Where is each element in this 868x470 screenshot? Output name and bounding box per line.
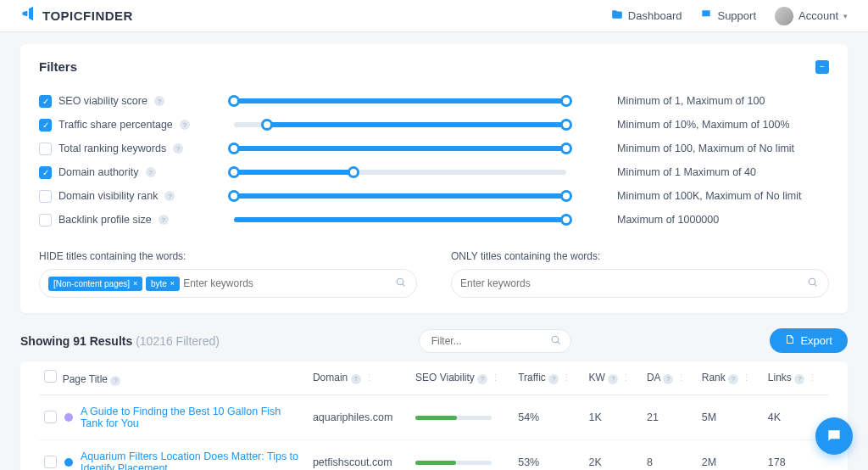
slider-handle[interactable]	[261, 119, 273, 131]
results-count: Showing 91 Results (10216 Filtered)	[20, 334, 220, 348]
column-drag-icon[interactable]: ⋮	[804, 372, 817, 383]
help-icon[interactable]: ?	[794, 374, 804, 384]
remove-tag-icon[interactable]: ×	[170, 279, 175, 288]
remove-tag-icon[interactable]: ×	[133, 279, 137, 288]
keyword-tag: byte×	[146, 277, 180, 291]
only-input-wrap[interactable]	[451, 269, 829, 298]
results-showing: Showing 91 Results	[20, 334, 132, 348]
range-slider[interactable]	[234, 146, 566, 151]
range-slider[interactable]	[234, 217, 566, 222]
col-links[interactable]: Links	[768, 372, 792, 383]
select-all-checkbox[interactable]	[44, 370, 57, 383]
col-da[interactable]: DA	[647, 372, 660, 383]
slider-handle[interactable]	[560, 143, 572, 154]
col-traffic[interactable]: Traffic	[518, 372, 546, 383]
help-icon[interactable]: ?	[164, 191, 175, 201]
slider-handle[interactable]	[560, 190, 572, 202]
hide-input-wrap[interactable]: [Non-content pages]× byte×	[39, 269, 417, 298]
slider-handle[interactable]	[228, 190, 240, 202]
nav-dashboard[interactable]: Dashboard	[611, 8, 682, 23]
favicon-icon	[64, 412, 74, 422]
slider-handle[interactable]	[348, 166, 359, 178]
column-drag-icon[interactable]: ⋮	[361, 372, 374, 383]
chat-widget[interactable]	[815, 417, 853, 455]
cell-rank: 2M	[697, 439, 763, 470]
cell-viability	[410, 394, 513, 439]
filter-label: Domain authority	[58, 166, 139, 178]
megaphone-icon	[20, 5, 37, 26]
slider-handle[interactable]	[560, 119, 572, 131]
filter-desc: Minimum of 100K, Maximum of No limit	[617, 190, 829, 202]
filter-row: Domain authority ? Minimum of 1 Maximum …	[39, 160, 829, 184]
column-drag-icon[interactable]: ⋮	[618, 372, 631, 383]
help-icon[interactable]: ?	[477, 374, 487, 384]
brand-logo[interactable]: TOPICFINDER	[20, 5, 133, 26]
help-icon[interactable]: ?	[154, 96, 164, 106]
export-button[interactable]: Export	[770, 328, 848, 353]
cell-viability	[410, 439, 513, 470]
filter-desc: Minimum of 1, Maximum of 100	[617, 95, 829, 107]
help-icon[interactable]: ?	[159, 215, 169, 225]
results-filter-input[interactable]	[419, 329, 571, 353]
results-filter-wrap	[419, 329, 571, 353]
nav-account[interactable]: Account ▾	[775, 7, 848, 25]
help-icon[interactable]: ?	[663, 374, 673, 384]
col-domain[interactable]: Domain	[313, 372, 348, 383]
help-icon[interactable]: ?	[608, 374, 618, 384]
slider-handle[interactable]	[560, 95, 572, 107]
column-drag-icon[interactable]: ⋮	[487, 372, 500, 383]
col-page-title[interactable]: Page Title	[63, 373, 108, 385]
help-icon[interactable]: ?	[351, 374, 361, 384]
slider-handle[interactable]	[228, 166, 240, 178]
filter-checkbox[interactable]	[39, 143, 52, 155]
hide-input[interactable]	[183, 277, 386, 289]
help-icon[interactable]: ?	[728, 374, 738, 384]
col-seo[interactable]: SEO Viability	[415, 372, 475, 383]
filter-checkbox[interactable]	[39, 214, 52, 227]
filter-checkbox[interactable]	[39, 166, 52, 179]
nav-support-label: Support	[717, 9, 756, 22]
help-icon[interactable]: ?	[173, 143, 183, 154]
results-panel: Page Title ? Domain ?⋮ SEO Viability ?⋮ …	[20, 361, 848, 470]
row-checkbox[interactable]	[44, 456, 57, 468]
page-title-link[interactable]: A Guide to Finding the Best 10 Gallon Fi…	[81, 406, 303, 429]
help-icon[interactable]: ?	[548, 374, 559, 384]
filter-label: Traffic share percentage	[58, 119, 173, 131]
col-rank[interactable]: Rank	[702, 372, 726, 383]
row-checkbox[interactable]	[44, 411, 57, 423]
filter-checkbox[interactable]	[39, 119, 52, 131]
filter-checkbox[interactable]	[39, 95, 52, 108]
slider-handle[interactable]	[560, 214, 572, 226]
cell-traffic: 54%	[513, 394, 583, 439]
page-title-link[interactable]: Aquarium Filters Location Does Matter: T…	[81, 450, 303, 471]
filter-desc: Minimum of 1 Maximum of 40	[617, 166, 829, 178]
collapse-button[interactable]: −	[815, 60, 829, 74]
column-drag-icon[interactable]: ⋮	[559, 372, 571, 383]
range-slider[interactable]	[234, 170, 566, 175]
help-icon[interactable]: ?	[180, 120, 190, 130]
help-icon[interactable]: ?	[146, 167, 156, 177]
top-nav: Dashboard Support Account ▾	[611, 7, 848, 25]
slider-handle[interactable]	[228, 95, 240, 107]
col-kw[interactable]: KW	[588, 372, 604, 383]
search-icon	[550, 334, 561, 348]
filter-row: SEO viability score ? Minimum of 1, Maxi…	[39, 89, 829, 113]
slider-handle[interactable]	[228, 143, 240, 154]
column-drag-icon[interactable]: ⋮	[738, 372, 751, 383]
filter-label: Total ranking keywords	[58, 143, 166, 154]
nav-dashboard-label: Dashboard	[628, 9, 682, 22]
range-slider[interactable]	[234, 122, 566, 127]
search-icon	[395, 277, 406, 290]
nav-support[interactable]: Support	[700, 8, 756, 23]
cell-kw: 1K	[583, 394, 641, 439]
cell-domain: petfishscout.com	[308, 439, 410, 470]
only-input[interactable]	[460, 277, 798, 289]
export-label: Export	[800, 334, 832, 347]
column-drag-icon[interactable]: ⋮	[673, 372, 686, 383]
filter-checkbox[interactable]	[39, 190, 52, 203]
range-slider[interactable]	[234, 98, 566, 104]
help-icon[interactable]: ?	[110, 376, 120, 386]
cell-domain: aquariphiles.com	[308, 394, 410, 439]
filter-label: SEO viability score	[58, 95, 147, 107]
range-slider[interactable]	[234, 193, 566, 199]
